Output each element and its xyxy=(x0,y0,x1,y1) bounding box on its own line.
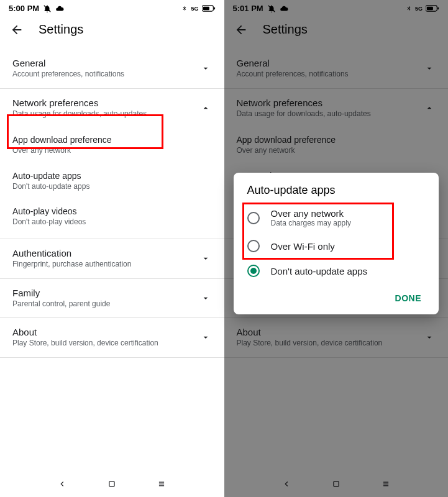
section-sub: Don't auto-play videos xyxy=(12,217,212,227)
radio-icon-checked xyxy=(247,265,260,277)
dnd-icon xyxy=(43,4,52,13)
settings-list: General Account preferences, notificatio… xyxy=(0,49,224,471)
section-about[interactable]: About Play Store, build version, device … xyxy=(0,318,224,358)
section-title: Network preferences xyxy=(12,98,193,108)
section-sub: Account preferences, notifications xyxy=(12,70,193,80)
screen-left: 5:00 PM 5G Settings General Account pref… xyxy=(0,0,224,497)
cloud-icon xyxy=(55,4,64,13)
chevron-down-icon xyxy=(199,253,212,263)
chevron-down-icon xyxy=(199,332,212,342)
chevron-down-icon xyxy=(199,293,212,303)
subitem-auto-play[interactable]: Auto-play videos Don't auto-play videos xyxy=(0,199,224,239)
signal-label: 5G xyxy=(191,6,198,12)
nav-recent-icon[interactable] xyxy=(155,478,168,490)
chevron-down-icon xyxy=(199,63,212,73)
section-sub: Parental control, parent guide xyxy=(12,299,193,309)
radio-dont-auto-update[interactable]: Don't auto-update apps xyxy=(234,258,439,283)
nav-back-icon[interactable] xyxy=(56,478,68,490)
section-title: Auto-update apps xyxy=(12,171,212,181)
section-title: General xyxy=(12,58,193,68)
nav-bar xyxy=(0,471,224,497)
radio-label: Don't auto-update apps xyxy=(271,266,426,276)
section-title: Family xyxy=(12,288,193,298)
chevron-up-icon xyxy=(199,103,212,113)
svg-rect-3 xyxy=(214,7,215,10)
header: Settings xyxy=(0,15,224,43)
section-general[interactable]: General Account preferences, notificatio… xyxy=(0,49,224,89)
svg-rect-2 xyxy=(203,7,209,11)
screen-right: 5:01 PM 5G Settings General Account pref… xyxy=(224,0,449,497)
annotation-highlight xyxy=(7,114,163,149)
section-sub: Don't auto-update apps xyxy=(12,182,212,192)
nav-home-icon[interactable] xyxy=(106,478,118,490)
page-title: Settings xyxy=(39,22,83,37)
section-sub: Fingerprint, purchase authentication xyxy=(12,260,193,270)
status-time: 5:00 PM xyxy=(9,4,39,13)
auto-update-dialog: Auto-update apps Over any network Data c… xyxy=(234,173,439,314)
section-title: Authentication xyxy=(12,248,193,258)
battery-icon xyxy=(202,5,216,12)
section-family[interactable]: Family Parental control, parent guide xyxy=(0,279,224,319)
back-icon[interactable] xyxy=(10,23,24,37)
bluetooth-icon xyxy=(181,5,188,12)
subitem-auto-update[interactable]: Auto-update apps Don't auto-update apps xyxy=(0,163,224,199)
annotation-highlight xyxy=(242,203,394,260)
svg-rect-4 xyxy=(109,481,114,486)
section-title: About xyxy=(12,327,193,337)
section-title: Auto-play videos xyxy=(12,206,212,216)
section-sub: Play Store, build version, device certif… xyxy=(12,339,193,349)
status-bar: 5:00 PM 5G xyxy=(0,0,224,15)
dialog-title: Auto-update apps xyxy=(234,184,439,202)
done-button[interactable]: DONE xyxy=(389,288,427,308)
section-auth[interactable]: Authentication Fingerprint, purchase aut… xyxy=(0,239,224,279)
